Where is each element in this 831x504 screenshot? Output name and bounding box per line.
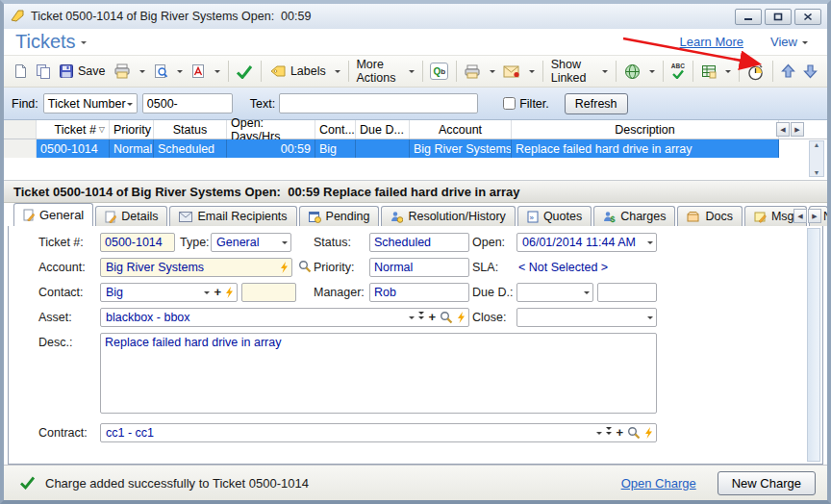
tab-scroll-left-button[interactable]: ◀ — [793, 209, 807, 223]
contact-extra-input[interactable] — [241, 283, 296, 302]
tab-details[interactable]: Details — [95, 206, 167, 226]
row-indicator-cell — [4, 139, 37, 158]
status-input[interactable] — [369, 233, 469, 252]
scroll-up-icon[interactable]: ▲ — [814, 141, 820, 148]
asset-caret-icon[interactable] — [409, 316, 415, 322]
magnifier-icon[interactable] — [627, 426, 641, 440]
module-caret-icon[interactable] — [81, 41, 87, 47]
quick-jump-bolt-icon[interactable] — [280, 262, 289, 274]
labels-button[interactable]: Labels — [265, 62, 344, 81]
account-field[interactable]: Big River Systems — [100, 258, 292, 277]
next-record-button[interactable] — [799, 61, 821, 82]
ticket-row-selected[interactable]: 0500-1014 Normal Scheduled 00:59 Big Big… — [4, 139, 827, 158]
text-search-input[interactable] — [279, 93, 478, 113]
quick-jump-bolt-icon[interactable] — [457, 312, 466, 324]
contract-combo[interactable]: cc1 - cc1+ — [100, 423, 657, 442]
ticket-number-input[interactable] — [100, 233, 175, 252]
tab-pending[interactable]: Pending — [299, 206, 380, 226]
add-contact-icon[interactable]: + — [214, 288, 221, 297]
scroll-down-icon[interactable]: ▼ — [814, 169, 820, 176]
email-pdf-button[interactable] — [499, 63, 539, 81]
quick-jump-bolt-icon[interactable] — [644, 427, 653, 440]
grid-scroll-left-button[interactable]: ◀ — [776, 122, 790, 137]
web-button[interactable] — [620, 61, 659, 83]
column-header-status[interactable]: Status — [154, 120, 227, 139]
due-time-input[interactable] — [597, 283, 657, 302]
spell-check-button[interactable]: ABC — [667, 61, 689, 82]
new-charge-button[interactable]: New Charge — [718, 471, 816, 495]
refresh-button[interactable]: Refresh — [565, 93, 628, 114]
column-header-ticket[interactable]: Ticket #▽ — [37, 120, 110, 139]
description-textarea[interactable]: Replace failed hard drive in array — [100, 333, 657, 414]
tab-quotes[interactable]: »Quotes — [517, 206, 592, 226]
column-header-contact[interactable]: Cont... — [315, 120, 356, 139]
close-date-select[interactable] — [516, 308, 657, 327]
column-header-due[interactable]: Due D... — [356, 120, 410, 139]
copy-button[interactable] — [32, 61, 55, 82]
view-menu[interactable]: View — [770, 35, 808, 49]
column-header-description[interactable]: Description — [512, 120, 779, 139]
tab-email-recipients[interactable]: Email Recipients — [169, 206, 296, 226]
quick-jump-bolt-icon[interactable] — [225, 287, 234, 299]
tab-docs[interactable]: Docs — [677, 206, 742, 226]
asset-combo[interactable]: blackbox - bbox+ — [100, 308, 469, 327]
label-tag-icon — [269, 64, 287, 78]
cell-due[interactable] — [356, 139, 410, 158]
form-vertical-scrollbar[interactable] — [807, 228, 820, 462]
excel-export-button[interactable] — [697, 61, 735, 82]
cell-contact[interactable]: Big — [315, 139, 356, 158]
timer-button[interactable] — [743, 60, 768, 84]
close-button[interactable] — [794, 9, 821, 25]
minimize-button[interactable] — [735, 9, 762, 25]
learn-more-link[interactable]: Learn More — [680, 35, 743, 49]
maximize-button[interactable] — [765, 9, 792, 25]
more-actions-button[interactable]: More Actions — [352, 55, 417, 88]
cell-account[interactable]: Big River Systems — [410, 139, 512, 158]
open-date-select[interactable]: 06/01/2014 11:44 AM — [516, 233, 657, 252]
complete-button[interactable] — [232, 62, 257, 82]
tab-general[interactable]: General — [13, 203, 93, 226]
priority-input[interactable] — [369, 258, 469, 277]
tab-charges[interactable]: $Charges — [593, 206, 675, 226]
tab-scroll-right-button[interactable]: ▶ — [808, 209, 821, 223]
manager-input[interactable] — [369, 283, 469, 302]
print-send-button[interactable] — [461, 62, 499, 82]
contact-combo[interactable]: Big+ — [100, 283, 238, 302]
column-header-account[interactable]: Account — [410, 120, 512, 139]
contract-list-icon[interactable] — [606, 428, 612, 438]
add-asset-icon[interactable]: + — [428, 313, 436, 322]
grid-scroll-right-button[interactable]: ▶ — [791, 122, 804, 137]
due-date-select[interactable] — [516, 283, 593, 302]
asset-list-icon[interactable] — [418, 313, 424, 322]
pdf-button[interactable] — [187, 61, 224, 82]
contact-caret-icon[interactable] — [204, 291, 210, 297]
contract-caret-icon[interactable] — [596, 432, 602, 438]
show-linked-button[interactable]: Show Linked — [547, 55, 613, 88]
title-bar[interactable]: Ticket 0500-1014 of Big River Systems Op… — [4, 4, 827, 29]
print-preview-button[interactable] — [149, 61, 187, 82]
cell-status[interactable]: Scheduled — [154, 139, 227, 158]
cell-ticket[interactable]: 0500-1014 — [37, 139, 110, 158]
print-button[interactable] — [110, 61, 149, 82]
open-charge-link[interactable]: Open Charge — [621, 476, 696, 491]
sla-value[interactable]: < Not Selected > — [518, 261, 608, 274]
add-contract-icon[interactable]: + — [616, 428, 623, 438]
column-header-open[interactable]: Open: Days/Hrs — [227, 120, 315, 139]
module-title[interactable]: Tickets — [15, 31, 76, 53]
find-value-input[interactable] — [142, 93, 233, 113]
filter-checkbox[interactable] — [503, 97, 516, 110]
cell-open[interactable]: 00:59 — [227, 139, 315, 158]
cell-description[interactable]: Replace failed hard drive in array — [512, 139, 779, 158]
tab-resolution-history[interactable]: Resolution/History — [381, 206, 515, 226]
account-lookup-button[interactable] — [298, 260, 312, 276]
find-by-select[interactable]: Ticket Number — [43, 93, 138, 113]
magnifier-icon[interactable] — [440, 311, 453, 324]
previous-record-button[interactable] — [777, 61, 799, 82]
new-button[interactable] — [10, 61, 32, 82]
cell-priority[interactable]: Normal — [110, 139, 154, 158]
type-select[interactable]: General — [211, 233, 291, 252]
quickbooks-button[interactable]: Qb — [426, 60, 452, 83]
grid-vertical-scrollbar[interactable]: ▲ ▼ — [809, 140, 824, 177]
column-header-priority[interactable]: Priority — [110, 120, 154, 139]
save-button[interactable]: Save — [55, 61, 110, 82]
